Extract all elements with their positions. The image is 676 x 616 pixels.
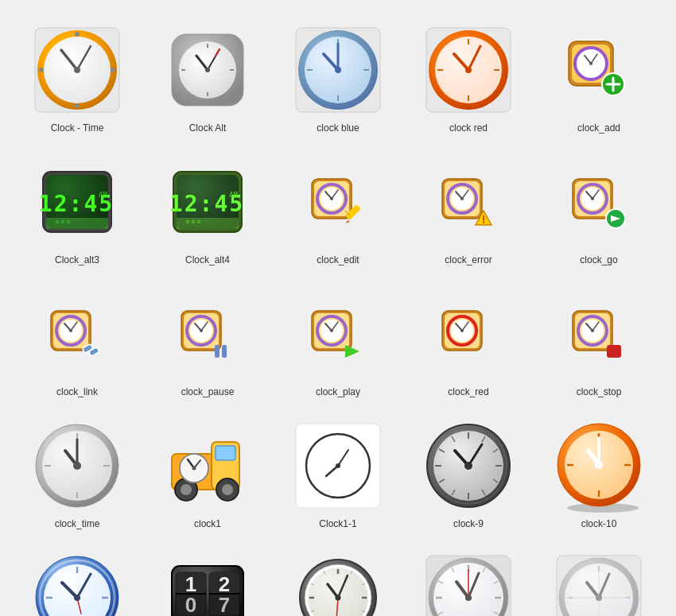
icon-clock-go-label: clock_go [580, 254, 617, 265]
icon-clock-9-image [421, 418, 516, 513]
icon-history-image [551, 550, 647, 616]
icon-clock-time-2-label: clock_time [55, 518, 100, 529]
icon-clock-go-image [551, 154, 647, 250]
icon-clock-alt[interactable]: Clock Alt [146, 16, 269, 140]
svg-text:7: 7 [219, 593, 230, 616]
icon-clock-pause-label: clock_pause [181, 386, 235, 397]
icon-clock-time-image [29, 22, 125, 118]
icon-clock-red-2-image [421, 286, 516, 382]
icon-clock-stop[interactable]: clock_stop [538, 280, 660, 404]
icon-clock-error-label: clock_error [445, 254, 491, 265]
icon-clock1-image [160, 418, 255, 513]
icon-clock-red-1-image [421, 22, 516, 118]
svg-point-47 [589, 62, 592, 65]
svg-rect-135 [607, 345, 621, 358]
svg-point-39 [465, 67, 472, 73]
svg-point-29 [335, 67, 341, 73]
svg-point-2 [75, 32, 80, 37]
icon-clock-10[interactable]: clock-10 [538, 412, 660, 536]
svg-point-134 [591, 329, 594, 332]
icon-clock-time-label: Clock - Time [51, 122, 104, 134]
svg-point-19 [205, 68, 210, 72]
svg-point-4 [75, 103, 80, 108]
icon-clock-13[interactable]: 1 0 2 7 Clock-13 [146, 544, 269, 616]
icon-clock-11-image [29, 550, 125, 616]
svg-point-9 [74, 67, 80, 73]
icon-clock-error-image: ! [421, 154, 516, 250]
icon-clock-10-image [551, 418, 647, 513]
svg-point-233 [336, 595, 341, 601]
svg-point-179 [464, 462, 472, 470]
icon-clock1-1[interactable]: Clock1-1 [277, 412, 399, 536]
icon-clock-15[interactable]: clock-15 [407, 544, 530, 616]
icon-clock-blue-label: clock blue [317, 122, 359, 134]
svg-point-65 [192, 220, 195, 223]
icon-clock1-1-image [290, 418, 386, 513]
icon-clock-add-image [551, 22, 647, 118]
icon-clock-15-image [421, 550, 516, 616]
svg-point-127 [460, 329, 464, 332]
svg-point-144 [73, 462, 81, 470]
svg-point-58 [67, 220, 70, 223]
icon-clock-go[interactable]: clock_go [538, 148, 660, 272]
icon-clock1-1-label: Clock1-1 [319, 518, 356, 529]
svg-rect-61 [177, 218, 239, 229]
icon-clock-9-label: clock-9 [453, 518, 484, 529]
icon-clock-error[interactable]: ! clock_error [407, 148, 530, 272]
svg-point-151 [222, 484, 233, 495]
icon-clock-alt-image [160, 22, 255, 118]
icon-grid: Clock - Time [8, 8, 668, 616]
icon-clock1-label: clock1 [194, 518, 221, 529]
icon-clock-add[interactable]: clock_add [538, 16, 660, 140]
icon-clock-edit[interactable]: clock_edit [277, 148, 399, 272]
icon-clock-play-label: clock_play [316, 386, 360, 397]
icon-clock-red-2-label: clock_red [448, 386, 488, 397]
svg-text:0: 0 [185, 593, 196, 616]
icon-clock-14[interactable]: clock-14 [277, 544, 399, 616]
icon-clock-red-2[interactable]: clock_red [407, 280, 530, 404]
svg-point-73 [330, 197, 333, 200]
icon-clock-pause-image [160, 286, 255, 382]
svg-rect-53 [46, 218, 108, 229]
icon-clock-14-image [290, 550, 386, 616]
icon-clock-alt4-label: Clock_alt4 [185, 254, 230, 265]
svg-rect-112 [222, 345, 227, 358]
icon-clock-edit-image [290, 154, 386, 250]
icon-clock-alt3[interactable]: 12:45 AM Clock_alt3 [16, 148, 138, 272]
svg-rect-147 [216, 446, 235, 460]
icon-clock-alt3-image: 12:45 AM [29, 154, 125, 250]
svg-point-161 [336, 463, 340, 468]
icon-clock-alt4-image: 12:45 AM [160, 154, 255, 250]
icon-clock-time-2[interactable]: clock_time [16, 412, 138, 536]
icon-clock-9[interactable]: clock-9 [407, 412, 530, 536]
svg-point-189 [595, 461, 603, 469]
icon-clock-link-image [29, 286, 125, 382]
icon-clock-alt3-label: Clock_alt3 [55, 254, 99, 265]
icon-clock-time[interactable]: Clock - Time [16, 16, 138, 140]
icon-clock-stop-image [551, 286, 647, 382]
svg-point-110 [200, 329, 203, 332]
icon-clock-alt4[interactable]: 12:45 AM Clock_alt4 [146, 148, 269, 272]
icon-clock-blue[interactable]: clock blue [277, 16, 399, 140]
svg-point-64 [186, 220, 189, 223]
icon-clock-link[interactable]: clock_link [16, 280, 138, 404]
svg-marker-75 [345, 220, 350, 223]
svg-point-201 [74, 595, 80, 601]
icon-clock-red-1[interactable]: clock red [407, 16, 530, 140]
icon-clock-edit-label: clock_edit [317, 254, 359, 265]
svg-point-149 [181, 484, 192, 495]
svg-point-5 [39, 68, 44, 72]
svg-point-57 [61, 220, 64, 223]
icon-history[interactable]: history [538, 544, 660, 616]
icon-clock-add-label: clock_add [577, 122, 620, 134]
icon-clock-stop-label: clock_stop [577, 386, 622, 397]
svg-text:AM: AM [229, 191, 238, 199]
icon-clock-11[interactable]: Clock-11 [16, 544, 138, 616]
icon-clock-link-label: clock_link [56, 386, 98, 397]
icon-clock-pause[interactable]: clock_pause [146, 280, 269, 404]
svg-point-66 [197, 220, 200, 223]
icon-clock-play[interactable]: clock_play [277, 280, 399, 404]
icon-clock-alt-label: Clock Alt [189, 122, 227, 134]
svg-point-3 [111, 68, 115, 72]
icon-clock1[interactable]: clock1 [146, 412, 269, 536]
